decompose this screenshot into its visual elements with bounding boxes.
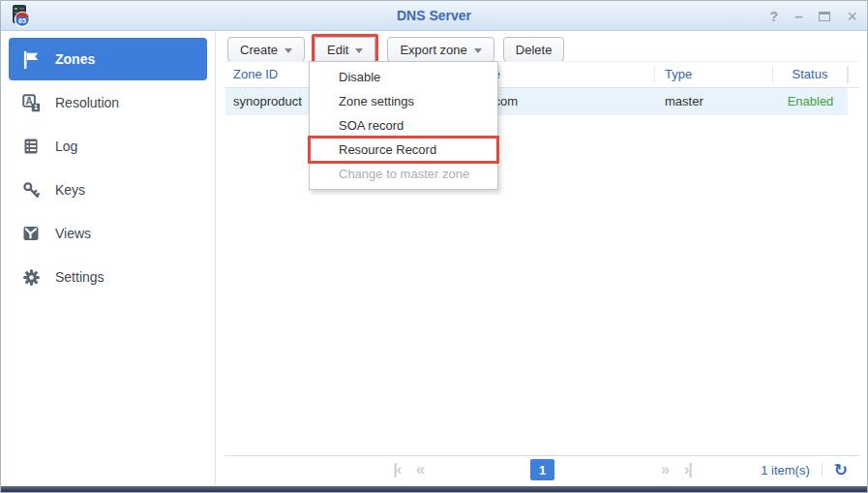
svg-text:A: A [25, 95, 32, 106]
last-page-icon[interactable]: ›| [684, 461, 692, 478]
menu-item-resource-record[interactable]: Resource Record [310, 138, 497, 162]
flag-icon [20, 49, 42, 69]
sidebar-item-zones[interactable]: Zones [9, 38, 207, 80]
delete-button[interactable]: Delete [503, 37, 565, 62]
key-icon [20, 180, 42, 200]
sidebar: Zones A 1 Resolution [1, 32, 216, 486]
sidebar-item-label: Log [55, 139, 77, 154]
window-title: DNS Server [1, 1, 867, 31]
export-zone-button-label: Export zone [400, 43, 466, 57]
dns-server-window: 65 DNS Server ? – × Zones [0, 0, 868, 493]
create-button[interactable]: Create [227, 37, 305, 62]
cell-gutter [848, 88, 859, 115]
refresh-icon[interactable]: ↻ [823, 460, 855, 479]
sidebar-item-settings[interactable]: Settings [9, 256, 207, 298]
log-list-icon [20, 137, 42, 156]
sidebar-item-keys[interactable]: Keys [9, 169, 207, 211]
close-icon[interactable]: × [847, 8, 857, 25]
column-header-type[interactable]: Type [655, 66, 773, 83]
sidebar-item-log[interactable]: Log [9, 125, 207, 168]
sidebar-item-resolution[interactable]: A 1 Resolution [9, 81, 207, 124]
current-page-button[interactable]: 1 [530, 459, 554, 480]
first-page-icon[interactable]: |‹ [393, 461, 401, 478]
window-bottom-edge [1, 486, 867, 492]
menu-item-zone-settings[interactable]: Zone settings [310, 89, 497, 113]
sidebar-item-label: Settings [55, 269, 105, 285]
sidebar-item-label: Views [55, 226, 91, 241]
sidebar-item-label: Zones [55, 51, 95, 67]
sidebar-item-label: Resolution [55, 95, 119, 110]
chevron-down-icon [474, 48, 482, 53]
create-button-label: Create [240, 43, 278, 57]
toolbar: Create Edit Export zone Delete [227, 35, 564, 64]
pagination-bar: |‹ « 1 » ›| 1 item(s) ↻ [225, 455, 859, 483]
menu-item-change-to-master-zone: Change to master zone [310, 162, 497, 186]
export-zone-button[interactable]: Export zone [387, 37, 494, 62]
sidebar-item-label: Keys [55, 182, 85, 198]
chevron-down-icon [355, 48, 363, 53]
minimize-icon[interactable]: – [794, 9, 802, 23]
cell-status: Enabled [773, 88, 848, 115]
item-count-label: 1 item(s) [761, 463, 823, 478]
cell-type: master [655, 88, 773, 115]
svg-text:1: 1 [33, 103, 38, 111]
edit-dropdown-menu: Disable Zone settings SOA record Resourc… [309, 61, 498, 190]
window-controls: ? – × [770, 1, 857, 31]
edit-button-label: Edit [327, 43, 348, 57]
next-page-icon[interactable]: » [661, 461, 669, 478]
menu-item-soa-record[interactable]: SOA record [310, 113, 497, 138]
titlebar: 65 DNS Server ? – × [1, 1, 867, 31]
column-header-status[interactable]: Status [773, 66, 848, 83]
sidebar-item-views[interactable]: Views [9, 212, 207, 255]
views-icon [20, 224, 42, 243]
gear-icon [20, 267, 42, 287]
pagination-status: 1 item(s) ↻ [761, 456, 855, 484]
chevron-down-icon [284, 48, 292, 53]
menu-item-disable[interactable]: Disable [310, 65, 497, 89]
maximize-icon[interactable] [819, 12, 830, 21]
column-header-gutter [848, 66, 859, 83]
delete-button-label: Delete [516, 43, 553, 57]
translate-icon: A 1 [20, 93, 42, 112]
edit-button[interactable]: Edit [314, 37, 375, 62]
previous-page-icon[interactable]: « [416, 461, 424, 478]
help-icon[interactable]: ? [770, 10, 779, 23]
